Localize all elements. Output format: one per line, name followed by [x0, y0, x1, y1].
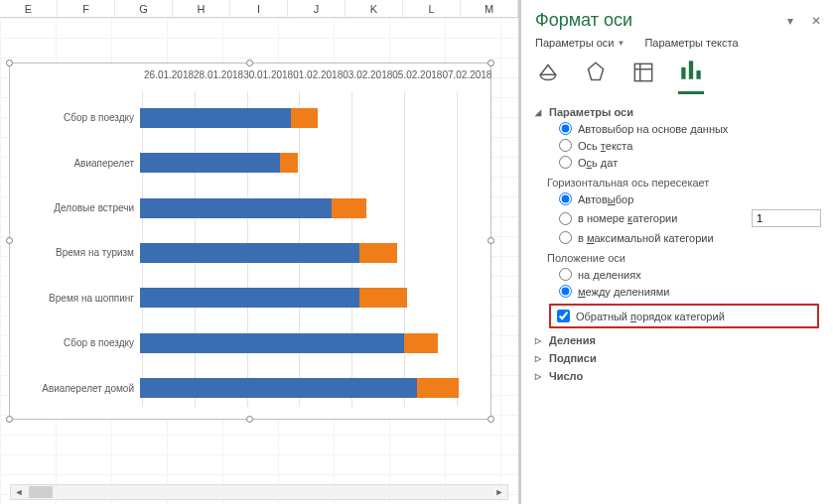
- pane-menu-icon[interactable]: ▾: [787, 14, 793, 28]
- chart-row: Авиаперелет домой: [18, 366, 483, 411]
- scroll-track[interactable]: [27, 485, 491, 499]
- scroll-right-icon[interactable]: ►: [491, 485, 507, 499]
- col-header[interactable]: H: [173, 0, 230, 17]
- bar-series-2[interactable]: [417, 378, 458, 398]
- x-tick: 05.02.2018: [392, 69, 442, 85]
- option-label: Автовыбор на основе данных: [578, 123, 728, 135]
- resize-handle[interactable]: [487, 416, 494, 423]
- group-labels[interactable]: ▷Подписи: [535, 352, 821, 364]
- col-header[interactable]: L: [403, 0, 461, 17]
- category-label[interactable]: Деловые встречи: [18, 202, 140, 213]
- radio-between-ticks[interactable]: [559, 285, 572, 298]
- bar-series-2[interactable]: [291, 108, 319, 128]
- bar-series-1[interactable]: [140, 333, 404, 353]
- bar-series-2[interactable]: [280, 153, 297, 173]
- col-header[interactable]: F: [58, 0, 115, 17]
- radio-cross-max-category[interactable]: [559, 231, 572, 244]
- category-number-input[interactable]: [752, 209, 821, 227]
- bar-stack[interactable]: [140, 243, 483, 263]
- bar-series-2[interactable]: [359, 243, 397, 263]
- chart-plot-area[interactable]: Сбор в поездкуАвиаперелетДеловые встречи…: [18, 95, 483, 409]
- radio-cross-auto[interactable]: [559, 192, 572, 205]
- fill-icon[interactable]: [535, 60, 561, 94]
- svg-marker-0: [588, 63, 603, 79]
- resize-handle[interactable]: [6, 237, 13, 244]
- close-icon[interactable]: ✕: [811, 14, 821, 28]
- x-tick: 03.02.2018: [343, 69, 392, 85]
- resize-handle[interactable]: [6, 60, 13, 66]
- bar-series-2[interactable]: [404, 333, 439, 353]
- bar-stack[interactable]: [140, 378, 483, 398]
- bar-series-2[interactable]: [359, 288, 407, 308]
- axis-position-label: Положение оси: [547, 252, 821, 264]
- bar-stack[interactable]: [140, 198, 483, 218]
- group-label: Число: [549, 370, 583, 382]
- x-axis-labels[interactable]: 26.01.2018 28.01.2018 30.01.2018 01.02.2…: [144, 69, 483, 85]
- bar-stack[interactable]: [140, 288, 483, 308]
- radio-cross-category-number[interactable]: [559, 212, 572, 225]
- bar-series-1[interactable]: [140, 198, 332, 218]
- crosses-label: Горизонтальная ось пересекает: [547, 177, 821, 189]
- bar-series-1[interactable]: [140, 243, 359, 263]
- bar-stack[interactable]: [140, 153, 483, 173]
- bar-series-1[interactable]: [140, 378, 417, 398]
- category-label[interactable]: Время на шоппинг: [18, 293, 140, 304]
- chart-row: Время на туризм: [18, 230, 483, 275]
- category-label[interactable]: Авиаперелет домой: [18, 383, 140, 394]
- group-axis-options[interactable]: ◢ Параметры оси: [535, 106, 821, 118]
- group-number[interactable]: ▷Число: [535, 370, 821, 382]
- bar-series-1[interactable]: [140, 153, 280, 173]
- tab-text-options[interactable]: Параметры текста: [644, 37, 738, 49]
- category-label[interactable]: Сбор в поездку: [18, 112, 140, 123]
- tab-label: Параметры оси: [535, 37, 614, 49]
- radio-text-axis[interactable]: [559, 139, 572, 152]
- tab-label: Параметры текста: [644, 37, 738, 49]
- scroll-left-icon[interactable]: ◄: [11, 485, 27, 499]
- bar-series-1[interactable]: [140, 288, 359, 308]
- option-label: в номере категории: [578, 212, 677, 224]
- bar-stack[interactable]: [140, 333, 483, 353]
- radio-on-ticks[interactable]: [559, 268, 572, 281]
- col-header[interactable]: J: [288, 0, 346, 17]
- x-tick: 28.01.2018: [194, 69, 243, 85]
- svg-rect-2: [681, 67, 685, 79]
- resize-handle[interactable]: [6, 416, 13, 423]
- resize-handle[interactable]: [246, 416, 253, 423]
- horizontal-scrollbar[interactable]: ◄ ►: [10, 484, 508, 500]
- tab-axis-options[interactable]: Параметры оси ▼: [535, 37, 625, 49]
- group-ticks[interactable]: ▷Деления: [535, 334, 821, 346]
- collapse-icon: ◢: [535, 108, 545, 117]
- bar-series-2[interactable]: [332, 198, 366, 218]
- option-label: на делениях: [578, 269, 641, 281]
- resize-handle[interactable]: [487, 60, 494, 66]
- col-header[interactable]: K: [346, 0, 403, 17]
- col-header[interactable]: E: [0, 0, 58, 17]
- effects-icon[interactable]: [583, 60, 609, 94]
- expand-icon: ▷: [535, 354, 545, 363]
- pane-title: Формат оси: [535, 10, 632, 31]
- option-label: в максимальной категории: [578, 232, 714, 244]
- resize-handle[interactable]: [246, 60, 253, 66]
- resize-handle[interactable]: [487, 237, 494, 244]
- col-header[interactable]: G: [115, 0, 173, 17]
- category-label[interactable]: Время на туризм: [18, 247, 140, 258]
- radio-date-axis[interactable]: [559, 156, 572, 169]
- bar-stack[interactable]: [140, 108, 483, 128]
- chart-row: Время на шоппинг: [18, 276, 483, 320]
- chart-row: Сбор в поездку: [18, 95, 483, 140]
- expand-icon: ▷: [535, 336, 545, 345]
- checkbox-reverse-categories[interactable]: [557, 310, 570, 322]
- radio-auto-by-data[interactable]: [559, 122, 572, 135]
- format-axis-pane: Формат оси ▾ ✕ Параметры оси ▼ Параметры…: [521, 0, 833, 504]
- col-header[interactable]: M: [461, 0, 518, 17]
- embedded-chart[interactable]: 26.01.2018 28.01.2018 30.01.2018 01.02.2…: [9, 63, 491, 420]
- col-header[interactable]: I: [230, 0, 288, 17]
- size-icon[interactable]: [630, 60, 656, 94]
- bar-series-1[interactable]: [140, 108, 291, 128]
- column-headers: E F G H I J K L M: [0, 0, 518, 18]
- cell-grid[interactable]: 26.01.2018 28.01.2018 30.01.2018 01.02.2…: [0, 18, 518, 504]
- category-label[interactable]: Авиаперелет: [18, 158, 140, 169]
- axis-options-icon[interactable]: [678, 57, 704, 94]
- category-label[interactable]: Сбор в поездку: [18, 337, 140, 348]
- scroll-thumb[interactable]: [29, 486, 53, 498]
